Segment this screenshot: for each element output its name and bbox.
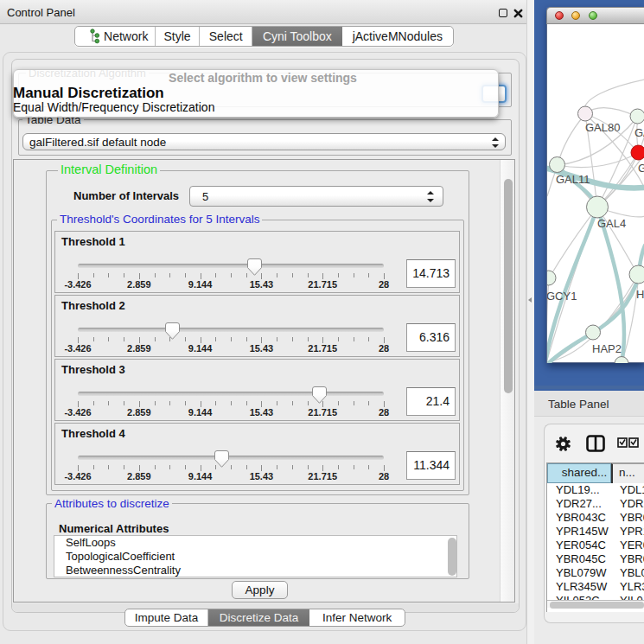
svg-text:HA: HA bbox=[636, 288, 644, 301]
svg-text:GAL4: GAL4 bbox=[597, 217, 626, 230]
svg-text:GA: GA bbox=[634, 126, 644, 139]
svg-text:HAP2: HAP2 bbox=[592, 342, 622, 355]
svg-text:GAL11: GAL11 bbox=[556, 173, 590, 186]
svg-text:GAL80: GAL80 bbox=[585, 121, 620, 134]
svg-text:G: G bbox=[638, 162, 644, 175]
svg-text:GCY1: GCY1 bbox=[547, 290, 577, 303]
